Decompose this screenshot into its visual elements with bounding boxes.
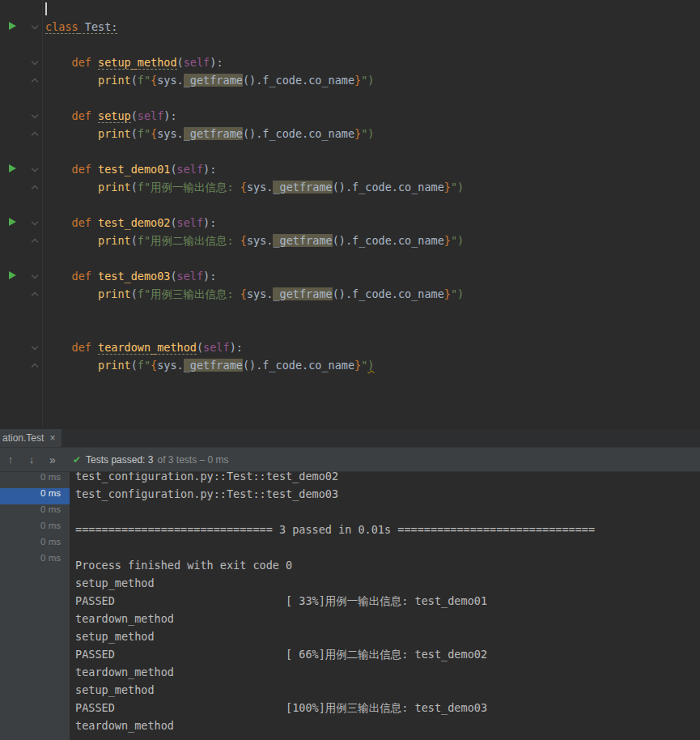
code-text — [43, 321, 45, 338]
run-tab-strip: ation.Test × — [0, 429, 700, 448]
fold-end-icon[interactable] — [32, 291, 38, 297]
test-tree-durations[interactable]: 0 ms0 ms0 ms0 ms0 ms0 ms — [0, 472, 70, 740]
fold-end-icon[interactable] — [32, 130, 38, 137]
code-line[interactable] — [0, 89, 700, 107]
tab-close-icon[interactable]: × — [49, 432, 55, 444]
code-token: { — [151, 74, 157, 87]
test-runner-toolbar: ↑ ↓ » ✔ Tests passed: 3 of 3 tests – 0 m… — [0, 448, 700, 472]
code-line[interactable] — [0, 321, 700, 338]
fold-collapse-icon[interactable] — [32, 344, 38, 351]
code-token: ( — [131, 359, 138, 372]
code-token: ().f_code.co_name — [333, 234, 444, 247]
code-token: ().f_code.co_name — [243, 359, 354, 372]
code-line[interactable] — [0, 303, 700, 321]
code-token: setup — [98, 109, 131, 123]
code-token: sys. — [247, 234, 274, 247]
code-editor[interactable]: class Test: def setup_method(self): prin… — [0, 0, 700, 429]
fold-collapse-icon[interactable] — [32, 273, 38, 279]
fold-end-icon[interactable] — [32, 184, 38, 190]
code-token: sys. — [247, 181, 274, 194]
test-console[interactable]: test_configuration.py::Test::test_demo02… — [70, 472, 700, 740]
code-line[interactable]: print(f"{sys._getframe().f_code.co_name}… — [0, 71, 700, 89]
fold-collapse-icon[interactable] — [32, 113, 38, 119]
code-token: } — [354, 359, 361, 372]
code-line[interactable] — [0, 196, 700, 214]
code-line[interactable]: print(f"{sys._getframe().f_code.co_name}… — [0, 125, 700, 142]
more-options-icon[interactable]: » — [42, 453, 63, 466]
code-text — [43, 249, 45, 267]
run-test-icon[interactable] — [9, 271, 16, 279]
code-line[interactable]: def test_demo02(self): — [0, 214, 700, 232]
run-test-icon[interactable] — [9, 164, 16, 172]
code-token — [91, 163, 98, 176]
fold-collapse-icon[interactable] — [32, 59, 38, 66]
code-token: ().f_code.co_name — [333, 181, 444, 194]
code-token: } — [444, 287, 451, 300]
code-text: print(f"用例二输出信息: {sys._getframe().f_code… — [43, 232, 464, 249]
code-token: ( — [197, 341, 203, 354]
code-text — [43, 89, 45, 107]
code-line[interactable] — [0, 142, 700, 160]
code-line[interactable]: print(f"{sys._getframe().f_code.co_name}… — [0, 356, 700, 374]
console-line: PASSED [100%]用例三输出信息: test_demo03 — [75, 699, 700, 717]
console-line: Process finished with exit code 0 — [75, 556, 700, 574]
console-line: setup_method — [75, 627, 700, 645]
code-line[interactable] — [0, 392, 700, 410]
fold-collapse-icon[interactable] — [32, 219, 38, 226]
tab-test-configuration[interactable]: ation.Test × — [0, 429, 62, 447]
code-text — [43, 410, 45, 427]
code-token: f"用例二输出信息: — [138, 234, 240, 247]
code-line[interactable]: def setup(self): — [0, 107, 700, 125]
test-tree-row[interactable]: 0 ms — [0, 521, 70, 537]
code-token: f" — [138, 127, 151, 140]
fold-end-icon[interactable] — [32, 237, 38, 244]
code-token — [45, 287, 98, 300]
code-line[interactable]: def test_demo01(self): — [0, 160, 700, 178]
fold-collapse-icon[interactable] — [32, 166, 38, 172]
code-token: print — [98, 234, 131, 247]
code-token — [91, 56, 98, 69]
code-token — [91, 341, 98, 354]
code-line[interactable]: print(f"用例三输出信息: {sys._getframe().f_code… — [0, 285, 700, 303]
gutter-cell — [0, 142, 43, 160]
test-tree-row[interactable]: 0 ms — [0, 472, 70, 488]
console-line: setup_method — [75, 574, 700, 592]
code-token: def — [72, 109, 91, 122]
gutter-cell — [0, 321, 43, 338]
fold-end-icon[interactable] — [32, 77, 38, 83]
run-test-icon[interactable] — [9, 22, 16, 30]
code-line[interactable]: print(f"用例一输出信息: {sys._getframe().f_code… — [0, 178, 700, 196]
navigate-up-icon[interactable]: ↑ — [0, 453, 21, 466]
test-tree-row[interactable]: 0 ms — [0, 504, 70, 521]
code-line[interactable] — [0, 36, 700, 53]
run-test-icon[interactable] — [9, 218, 16, 226]
code-line[interactable] — [0, 374, 700, 392]
code-line[interactable] — [0, 0, 700, 18]
code-token: ") — [361, 74, 374, 87]
code-line[interactable]: def test_demo03(self): — [0, 267, 700, 285]
gutter-cell — [0, 71, 43, 89]
code-line[interactable]: print(f"用例二输出信息: {sys._getframe().f_code… — [0, 232, 700, 249]
code-line[interactable] — [0, 249, 700, 267]
code-token: self — [203, 341, 230, 354]
test-tree-row[interactable]: 0 ms — [0, 537, 70, 553]
code-token: _getframe — [184, 359, 243, 372]
code-line[interactable]: def teardown_method(self): — [0, 338, 700, 356]
gutter-cell — [0, 374, 43, 392]
code-line[interactable]: class Test: — [0, 18, 700, 36]
code-line[interactable] — [0, 410, 700, 427]
fold-collapse-icon[interactable] — [32, 23, 38, 30]
code-token: { — [151, 359, 157, 372]
console-line — [75, 538, 700, 556]
code-line[interactable]: def setup_method(self): — [0, 53, 700, 71]
fold-end-icon[interactable] — [32, 362, 38, 368]
navigate-down-icon[interactable]: ↓ — [21, 453, 42, 466]
gutter-cell — [0, 160, 43, 178]
code-token: ().f_code.co_name — [243, 74, 354, 87]
code-token: ): — [203, 216, 216, 229]
code-text: def setup_method(self): — [43, 53, 223, 71]
test-tree-row[interactable]: 0 ms — [0, 553, 70, 569]
test-tree-row[interactable]: 0 ms — [0, 488, 70, 504]
code-token: print — [98, 181, 131, 194]
code-token: def — [72, 163, 91, 176]
